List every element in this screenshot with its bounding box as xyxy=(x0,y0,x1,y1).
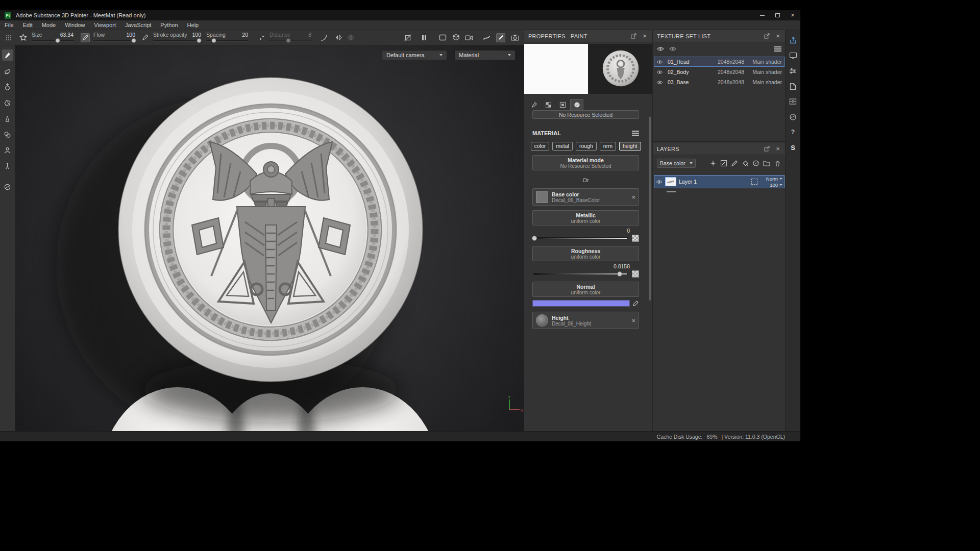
channel-height-button[interactable]: height xyxy=(619,142,641,151)
layer-mask-icon[interactable] xyxy=(751,179,757,185)
metallic-slider-knob[interactable] xyxy=(532,236,537,241)
solo-eye-icon[interactable] xyxy=(669,46,676,52)
menu-javascript[interactable]: JavaScript xyxy=(120,20,156,30)
shelf-icon[interactable] xyxy=(788,96,798,107)
tab-alpha-icon[interactable] xyxy=(542,99,555,110)
close-button[interactable]: × xyxy=(785,10,800,20)
camera-view-icon[interactable] xyxy=(464,33,474,42)
pause-engine-icon[interactable] xyxy=(420,33,429,42)
shader-settings-icon[interactable] xyxy=(788,66,798,76)
normal-color-swatch[interactable] xyxy=(532,300,630,307)
minimize-button[interactable] xyxy=(754,10,770,20)
viewport-3d-cube-icon[interactable] xyxy=(451,33,460,42)
spacing-control[interactable]: Spacing20 xyxy=(206,32,248,43)
close-panel-icon[interactable]: × xyxy=(774,33,781,40)
show-all-eye-icon[interactable] xyxy=(657,46,664,52)
viewport-3d[interactable]: Default camera Material Y X xyxy=(15,45,524,431)
blend-mode-dropdown[interactable]: Norm xyxy=(766,176,782,182)
detach-panel-icon[interactable] xyxy=(630,33,637,40)
brush-shape-icon[interactable] xyxy=(18,33,28,42)
detach-panel-icon[interactable] xyxy=(763,145,770,153)
document-log-icon[interactable] xyxy=(788,81,798,91)
material-picker-tool[interactable] xyxy=(2,144,13,156)
add-paint-layer-icon[interactable] xyxy=(720,159,728,167)
normal-eyedropper-icon[interactable] xyxy=(632,300,639,307)
share-export-icon[interactable] xyxy=(788,35,798,45)
falloff-curve-icon[interactable] xyxy=(320,33,329,42)
pencil-edit-icon[interactable] xyxy=(496,33,505,42)
polygon-fill-tool[interactable] xyxy=(2,97,13,108)
iray-render-icon[interactable] xyxy=(788,112,798,122)
texture-set-row[interactable]: 01_Head 2048x2048 Main shader xyxy=(654,57,785,67)
show-strokes-icon[interactable] xyxy=(482,33,491,42)
scatter-dots-icon[interactable] xyxy=(257,33,266,42)
menu-edit[interactable]: Edit xyxy=(18,20,37,30)
stroke-opacity-slider[interactable] xyxy=(153,38,201,43)
flow-control[interactable]: Flow100 xyxy=(93,32,135,43)
channel-filter-dropdown[interactable]: Base color xyxy=(657,159,696,168)
menu-file[interactable]: File xyxy=(0,20,18,30)
roughness-slider-knob[interactable] xyxy=(617,271,622,277)
radial-symmetry-icon[interactable] xyxy=(346,33,355,42)
flow-pen-pressure-icon[interactable] xyxy=(81,33,90,42)
add-pencil-icon[interactable] xyxy=(730,159,739,167)
remove-base-color-icon[interactable]: × xyxy=(631,194,635,201)
maximize-button[interactable] xyxy=(770,10,785,20)
perspective-toggle-icon[interactable] xyxy=(403,33,412,42)
viewport-2d-icon[interactable] xyxy=(438,33,447,42)
channel-nrm-button[interactable]: nrm xyxy=(600,142,616,151)
properties-scrollbar[interactable] xyxy=(649,117,651,300)
clone-tool[interactable] xyxy=(2,129,13,140)
eye-icon[interactable] xyxy=(656,70,668,74)
metallic-slider[interactable] xyxy=(532,235,639,241)
metallic-box[interactable]: Metallic uniform color xyxy=(532,210,639,226)
resource-selector[interactable]: No Resource Selected xyxy=(532,110,639,119)
tab-material-icon[interactable] xyxy=(570,99,583,110)
texture-set-menu-icon[interactable] xyxy=(774,46,781,52)
size-control[interactable]: Size63.34 xyxy=(32,32,74,43)
texture-set-row[interactable]: 03_Base 2048x2048 Main shader xyxy=(654,77,785,87)
close-panel-icon[interactable]: × xyxy=(641,33,648,40)
layer-opacity-dropdown[interactable]: 100 xyxy=(770,182,782,188)
projection-tool[interactable] xyxy=(2,81,13,92)
camera-dropdown[interactable]: Default camera xyxy=(382,50,447,60)
flow-slider[interactable] xyxy=(93,38,135,43)
add-effect-icon[interactable] xyxy=(709,159,717,167)
smudge-tool[interactable] xyxy=(2,113,13,124)
substance-logo-icon[interactable]: S xyxy=(788,142,798,153)
metallic-color-picker-icon[interactable] xyxy=(632,235,639,242)
screenshot-camera-icon[interactable] xyxy=(510,33,520,42)
shading-mode-dropdown[interactable]: Material xyxy=(454,50,516,60)
eraser-tool[interactable] xyxy=(2,65,13,77)
stencil-preview-thumbnail[interactable] xyxy=(524,44,588,94)
normal-box[interactable]: Normal uniform color xyxy=(532,282,639,297)
material-menu-icon[interactable] xyxy=(632,131,639,136)
symmetry-icon[interactable] xyxy=(334,33,343,42)
tab-stencil-icon[interactable] xyxy=(556,99,569,110)
geometry-mask-tool[interactable] xyxy=(2,181,13,192)
texture-set-row[interactable]: 02_Body 2048x2048 Main shader xyxy=(654,67,785,77)
grid-snap-icon[interactable] xyxy=(4,33,13,42)
menu-viewport[interactable]: Viewport xyxy=(89,20,120,30)
material-mode-box[interactable]: Material mode No Resource Selected xyxy=(532,155,639,170)
meetmat-model[interactable] xyxy=(15,45,524,431)
roughness-box[interactable]: Roughness uniform color xyxy=(532,246,639,261)
channel-metal-button[interactable]: metal xyxy=(552,142,573,151)
roughness-slider[interactable] xyxy=(532,270,639,277)
close-panel-icon[interactable]: × xyxy=(774,145,781,153)
help-icon[interactable]: ? xyxy=(788,127,798,137)
height-resource-box[interactable]: Height Decal_06_Height × xyxy=(532,312,639,329)
add-smart-material-icon[interactable] xyxy=(752,159,760,167)
particles-tool[interactable] xyxy=(2,160,13,171)
size-slider[interactable] xyxy=(32,38,74,43)
remove-height-icon[interactable]: × xyxy=(631,317,635,324)
opacity-pen-pressure-icon[interactable] xyxy=(140,33,150,42)
base-color-resource-box[interactable]: Base color Decal_06_BaseColor × xyxy=(532,188,639,206)
add-fill-layer-icon[interactable] xyxy=(741,159,749,167)
stroke-opacity-control[interactable]: Stroke opacity100 xyxy=(153,32,201,43)
roughness-color-picker-icon[interactable] xyxy=(632,270,639,278)
channel-color-button[interactable]: color xyxy=(531,142,550,151)
display-settings-icon[interactable] xyxy=(788,51,798,61)
layer-opacity-bar[interactable] xyxy=(667,191,676,192)
add-folder-icon[interactable] xyxy=(763,159,771,167)
